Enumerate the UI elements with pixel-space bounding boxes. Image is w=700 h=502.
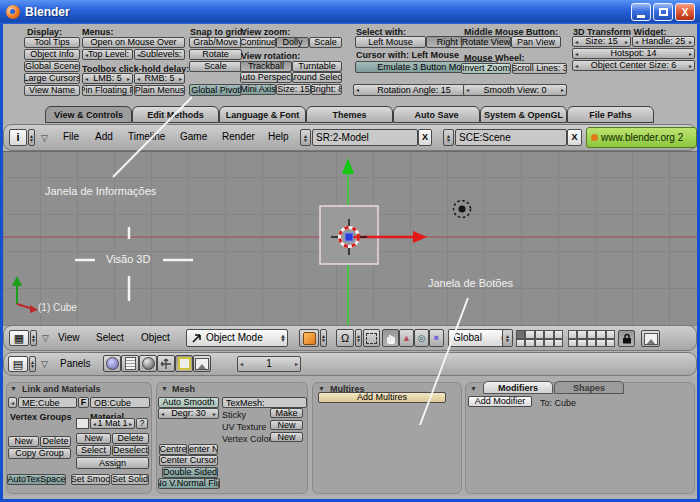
info-window-type-icon[interactable]: i <box>9 129 27 146</box>
autotexspace-button[interactable]: AutoTexSpace <box>7 474 66 485</box>
invert-zoom-button[interactable]: Invert Zoom <box>461 63 511 74</box>
object-center-size-field[interactable]: ◂Object Center Size: 6▸ <box>572 60 695 71</box>
layer-toggle[interactable] <box>568 339 577 348</box>
buttons-window-type-icon[interactable]: ▤ <box>8 356 28 372</box>
deselect-button[interactable]: Deselect <box>112 445 149 456</box>
manipulator-toggle-button[interactable] <box>382 329 399 347</box>
decrement-icon[interactable]: ◂ <box>93 421 96 427</box>
viewport-type-icon[interactable]: ▦ <box>9 330 29 346</box>
object-name-field[interactable]: OB:Cube <box>90 397 150 408</box>
zoom-scale-button[interactable]: Scale <box>309 37 342 48</box>
render-preview-button[interactable] <box>641 330 660 347</box>
restore-button[interactable] <box>653 3 673 21</box>
assign-button[interactable]: Assign <box>76 457 149 469</box>
sublevels-field[interactable]: ◂Sublevels: 2▸ <box>134 49 185 60</box>
scene-name-field[interactable]: SCE:Scene <box>455 129 567 146</box>
mini-axis-size-field[interactable]: Size: 15 <box>276 84 311 95</box>
rotation-angle-slider[interactable]: ◂Rotation Angle: 15▸ <box>353 84 475 96</box>
auto-perspective-button[interactable]: Auto Perspecti <box>240 72 292 83</box>
around-selection-button[interactable]: Around Selecti <box>292 72 342 83</box>
script-context-button[interactable] <box>121 355 139 372</box>
window-type-stepper[interactable]: ▲▼ <box>28 129 35 146</box>
menu-game[interactable]: Game <box>180 131 207 142</box>
viewport-header-collapse-icon[interactable]: ▽ <box>42 333 49 343</box>
increment-icon[interactable]: ▸ <box>213 411 216 417</box>
widget-handle-field[interactable]: ◂Handle: 25▸ <box>632 36 695 47</box>
decrement-icon[interactable]: ◂ <box>466 87 469 93</box>
set-solid-button[interactable]: Set Solid <box>111 474 149 485</box>
material-color-swatch[interactable] <box>76 418 89 429</box>
rmb-delay-field[interactable]: ◂RMB: 5▸ <box>134 73 185 84</box>
mode-dropdown[interactable]: Object Mode ▲▼ <box>186 329 288 347</box>
layer-toggle[interactable] <box>554 330 563 339</box>
increment-icon[interactable]: ▸ <box>689 51 692 57</box>
turntable-button[interactable]: Turntable <box>292 61 342 72</box>
zoom-dolly-button[interactable]: Dolly <box>276 37 309 48</box>
increment-icon[interactable]: ▸ <box>561 87 564 93</box>
draw-type-stepper[interactable]: ▲▼ <box>320 329 327 347</box>
buttons-type-stepper[interactable]: ▲▼ <box>29 356 36 372</box>
layer-toggle[interactable] <box>535 330 544 339</box>
layer-toggle[interactable] <box>606 339 615 348</box>
rotate-view-button[interactable]: Rotate View <box>461 36 511 48</box>
minimize-button[interactable] <box>631 3 651 21</box>
decrement-icon[interactable]: ◂ <box>240 361 243 367</box>
menu-select[interactable]: Select <box>96 332 124 343</box>
layer-toggle[interactable] <box>535 339 544 348</box>
logic-context-button[interactable] <box>103 355 121 372</box>
layer-toggle[interactable] <box>596 330 605 339</box>
mini-axis-button[interactable]: Mini Axis <box>240 84 276 95</box>
vertex-color-new-button[interactable]: New <box>270 432 303 442</box>
viewport-type-stepper[interactable]: ▲▼ <box>30 330 37 346</box>
material-delete-button[interactable]: Delete <box>112 433 149 444</box>
mini-axis-bright-field[interactable]: Bright: 8 <box>311 84 342 95</box>
scroll-lines-field[interactable]: Scroll Lines: 3 <box>512 63 567 74</box>
scene-browse-stepper[interactable]: ▲▼ <box>443 129 454 146</box>
panel-page-spinner[interactable]: ◂1▸ <box>237 356 301 372</box>
decrement-icon[interactable]: ◂ <box>635 39 638 45</box>
pin-floating-panels-button[interactable]: Pin Floating P <box>82 85 133 96</box>
rotate-widget-button[interactable]: ◎ <box>414 329 429 347</box>
shading-context-button[interactable] <box>139 355 157 372</box>
menu-file[interactable]: File <box>63 131 79 142</box>
layer-toggle[interactable] <box>544 330 553 339</box>
no-vnormal-flip-button[interactable]: No V.Normal Flip <box>158 478 220 489</box>
tab-language-font[interactable]: Language & Font <box>219 106 306 123</box>
layer-toggle[interactable] <box>516 339 525 348</box>
menu-timeline[interactable]: Timeline <box>128 131 165 142</box>
layer-toggle[interactable] <box>568 330 577 339</box>
snap-grab-button[interactable]: Grab/Move <box>189 37 242 48</box>
widget-hotspot-field[interactable]: ◂Hotspot: 14▸ <box>572 48 695 59</box>
menu-help[interactable]: Help <box>268 131 289 142</box>
increment-icon[interactable]: ▸ <box>689 63 692 69</box>
tab-modifiers[interactable]: Modifiers <box>483 381 553 394</box>
decrement-icon[interactable]: ◂ <box>161 411 164 417</box>
centre-cursor-button[interactable]: Center Cursor <box>159 455 218 466</box>
top-level-field[interactable]: ◂Top Level: 5▸ <box>82 49 133 60</box>
material-help-button[interactable]: ? <box>136 418 148 429</box>
zoom-continue-button[interactable]: Continue <box>240 37 276 48</box>
layer-stepper[interactable]: ▲▼ <box>502 329 513 347</box>
texmesh-field[interactable]: TexMesh: <box>222 397 307 408</box>
scene-context-button[interactable] <box>193 355 211 372</box>
add-modifier-button[interactable]: Add Modifier <box>468 396 532 407</box>
object-info-button[interactable]: Object Info <box>24 49 80 60</box>
global-pivot-button[interactable]: Global Pivot <box>189 84 242 96</box>
tab-file-paths[interactable]: File Paths <box>567 106 654 123</box>
scene-delete-button[interactable]: X <box>567 129 582 146</box>
layer-toggle[interactable] <box>606 330 615 339</box>
panel-collapse-icon[interactable]: ▼ <box>318 385 325 392</box>
pan-view-button[interactable]: Pan View <box>511 36 561 48</box>
vgroup-delete-button[interactable]: Delete <box>40 436 71 447</box>
plain-menus-button[interactable]: Plain Menus <box>134 85 185 96</box>
tab-themes[interactable]: Themes <box>306 106 393 123</box>
pivot-dropdown[interactable]: Ω <box>336 329 354 347</box>
site-badge[interactable]: www.blender.org 2 <box>586 127 697 148</box>
decrement-icon[interactable]: ◂ <box>575 63 578 69</box>
tab-view-controls[interactable]: View & Controls <box>45 106 132 123</box>
auto-smooth-button[interactable]: Auto Smooth <box>158 397 219 408</box>
mesh-name-field[interactable]: ME:Cube <box>18 397 77 408</box>
panel-collapse-icon[interactable]: ▼ <box>470 385 477 392</box>
tool-tips-button[interactable]: Tool Tips <box>24 37 80 48</box>
menu-add[interactable]: Add <box>95 131 113 142</box>
